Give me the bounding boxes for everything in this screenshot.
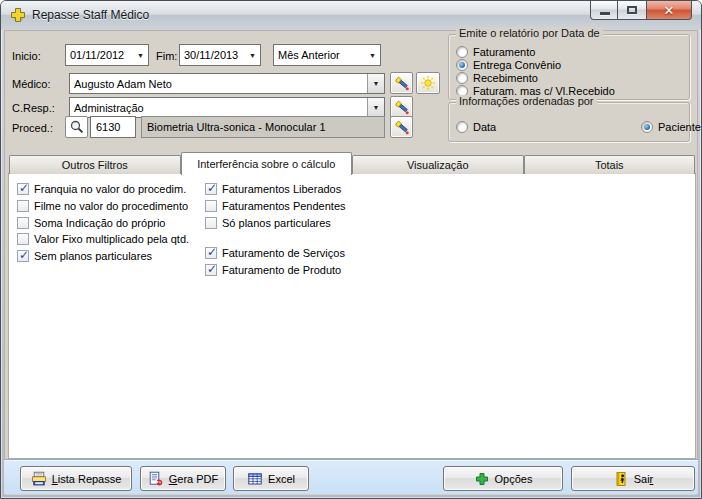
tab-interferencia-calculo[interactable]: Interferência sobre o cálculo: [181, 152, 353, 175]
checkbox-label: Franquia no valor do procedim.: [34, 183, 186, 195]
radio-data[interactable]: Data: [456, 121, 496, 133]
tab-label: Interferência sobre o cálculo: [197, 158, 335, 170]
chevron-down-icon: ▼: [367, 74, 384, 93]
tab-label: Outros Filtros: [62, 159, 128, 171]
magnifier-icon: [69, 119, 85, 135]
tab-visualizacao[interactable]: Visualização: [352, 155, 524, 174]
chevron-down-icon: ▼: [133, 52, 148, 59]
window-title: Repasse Staff Médico: [32, 8, 149, 22]
close-icon: ✕: [664, 4, 675, 17]
medico-lookup-button[interactable]: [390, 72, 413, 94]
radio-entrega-convenio[interactable]: Entrega Convênio: [456, 59, 561, 71]
order-by-group-title: Informações ordenadas por: [456, 95, 597, 107]
checkbox-label: Faturamento de Produto: [222, 264, 341, 276]
maximize-button[interactable]: [618, 1, 646, 20]
chevron-down-icon: ▼: [367, 98, 384, 117]
button-label: Excel: [268, 473, 295, 485]
checkbox-faturamentos-liberados[interactable]: Faturamentos Liberados: [205, 183, 341, 195]
sair-button[interactable]: Sair: [571, 466, 695, 491]
tab-outros-filtros[interactable]: Outros Filtros: [9, 155, 181, 174]
chevron-down-icon: ▼: [245, 52, 260, 59]
repasse-window: Repasse Staff Médico ✕ Inicio: 01/11/201…: [0, 0, 702, 499]
checkbox-faturamento-servicos[interactable]: Faturamento de Serviços: [205, 247, 345, 259]
cresp-label: C.Resp.:: [12, 102, 55, 114]
proced-code-value: 6130: [96, 121, 120, 133]
cresp-value: Administração: [74, 102, 144, 114]
radio-icon: [456, 59, 468, 71]
lista-repasse-button[interactable]: Lista Repasse: [20, 466, 132, 491]
inicio-date-combo[interactable]: 01/11/2012 ▼: [65, 44, 149, 66]
checkbox-label: Sem planos particulares: [34, 250, 152, 262]
medico-value: Augusto Adam Neto: [74, 78, 172, 90]
checkbox-icon: [17, 250, 29, 262]
button-label: Sair: [634, 473, 654, 485]
tab-totais[interactable]: Totais: [524, 155, 696, 174]
checkbox-label: Faturamentos Pendentes: [222, 200, 346, 212]
proced-description-value: Biometria Ultra-sonica - Monocular 1: [147, 121, 326, 133]
radio-faturamento[interactable]: Faturamento: [456, 46, 535, 58]
checkbox-franquia-valor-procedim[interactable]: Franquia no valor do procedim.: [17, 183, 186, 195]
title-bar[interactable]: Repasse Staff Médico ✕: [1, 1, 701, 30]
proced-code-field[interactable]: 6130: [90, 116, 136, 138]
period-combo[interactable]: Mês Anterior ▼: [273, 44, 381, 66]
checkbox-faturamentos-pendentes[interactable]: Faturamentos Pendentes: [205, 200, 346, 212]
medico-combo[interactable]: Augusto Adam Neto ▼: [69, 73, 385, 94]
tab-label: Visualização: [407, 159, 469, 171]
tab-bar: Outros Filtros Interferência sobre o cál…: [9, 152, 695, 174]
chevron-down-icon: ▼: [365, 52, 380, 59]
checkbox-label: Soma Indicação do próprio: [34, 217, 165, 229]
radio-icon: [456, 121, 468, 133]
exit-door-icon: [613, 471, 629, 487]
clear-filter-button[interactable]: [416, 72, 440, 94]
cresp-lookup-button[interactable]: [390, 96, 413, 118]
checkbox-label: Filme no valor do procedimento: [34, 200, 188, 212]
proced-lookup-button[interactable]: [390, 116, 413, 138]
printer-icon: [31, 471, 47, 487]
checkbox-icon: [205, 200, 217, 212]
radio-label: Recebimento: [473, 72, 538, 84]
excel-button[interactable]: Excel: [233, 466, 309, 491]
tab-label: Totais: [595, 159, 624, 171]
checkbox-soma-indicacao-proprio[interactable]: Soma Indicação do próprio: [17, 217, 165, 229]
radio-label: Data: [473, 121, 496, 133]
radio-label: Paciente: [658, 121, 701, 133]
tab-content: [8, 173, 696, 459]
checkbox-so-planos-particulares[interactable]: Só planos particulares: [205, 217, 331, 229]
proced-label: Proced.:: [12, 122, 53, 134]
fim-date-combo[interactable]: 30/11/2013 ▼: [179, 44, 261, 66]
checkbox-icon: [205, 264, 217, 276]
gera-pdf-button[interactable]: Gera PDF: [140, 466, 226, 491]
button-label: Opções: [495, 473, 533, 485]
radio-label: Faturamento: [473, 46, 535, 58]
button-label: Lista Repasse: [52, 473, 122, 485]
close-button[interactable]: ✕: [646, 1, 692, 20]
maximize-icon: [627, 6, 637, 14]
checkbox-label: Faturamento de Serviços: [222, 247, 345, 259]
checkbox-faturamento-produto[interactable]: Faturamento de Produto: [205, 264, 341, 276]
opcoes-button[interactable]: Opções: [443, 466, 563, 491]
radio-paciente[interactable]: Paciente: [641, 121, 701, 133]
pdf-icon: [148, 471, 164, 487]
checkbox-sem-planos-particulares[interactable]: Sem planos particulares: [17, 250, 152, 262]
radio-icon: [456, 46, 468, 58]
checkbox-filme-valor-procedimento[interactable]: Filme no valor do procedimento: [17, 200, 188, 212]
button-label: Gera PDF: [169, 473, 219, 485]
cresp-combo[interactable]: Administração ▼: [69, 97, 385, 118]
proced-search-button[interactable]: [65, 116, 88, 138]
fim-label: Fim:: [156, 50, 177, 62]
checkbox-label: Faturamentos Liberados: [222, 183, 341, 195]
flashlight-icon: [394, 99, 410, 115]
checkbox-icon: [17, 217, 29, 229]
checkbox-icon: [17, 233, 29, 245]
order-by-group: Informações ordenadas por Data Paciente: [448, 102, 690, 142]
checkbox-icon: [17, 183, 29, 195]
minimize-button[interactable]: [590, 1, 618, 20]
excel-icon: [247, 471, 263, 487]
radio-recebimento[interactable]: Recebimento: [456, 72, 538, 84]
checkbox-label: Valor Fixo multiplicado pela qtd.: [34, 233, 189, 245]
window-controls: ✕: [590, 1, 692, 20]
proced-description-field: Biometria Ultra-sonica - Monocular 1: [141, 116, 385, 138]
radio-label: Entrega Convênio: [473, 59, 561, 71]
checkbox-valor-fixo-qtd[interactable]: Valor Fixo multiplicado pela qtd.: [17, 233, 189, 245]
checkbox-icon: [17, 200, 29, 212]
